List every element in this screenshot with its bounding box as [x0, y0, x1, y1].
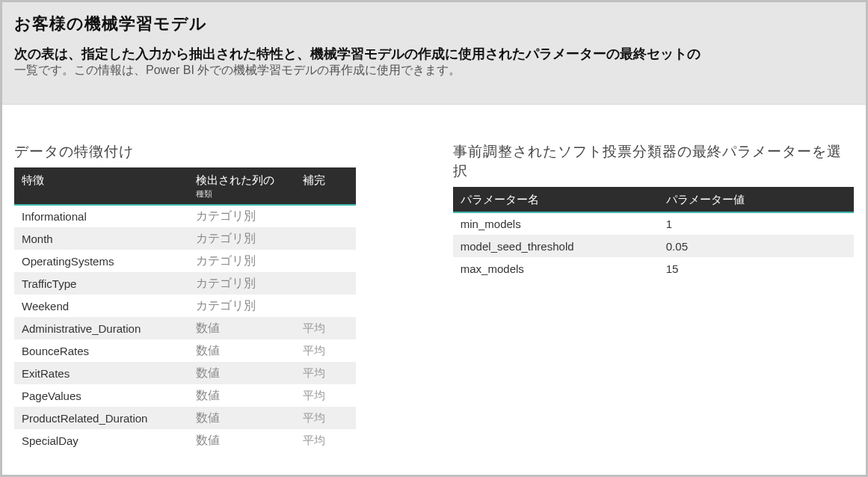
- feature-imputation-cell: 平均: [295, 317, 356, 339]
- feature-name-cell: Month: [14, 227, 188, 250]
- col-sublabel: 種類: [196, 188, 287, 200]
- feature-imputation-cell: 平均: [295, 339, 356, 362]
- feature-kind-cell: カテゴリ別: [188, 272, 295, 295]
- feature-name-cell: Informational: [14, 205, 188, 227]
- col-label: 検出された列の: [196, 173, 274, 186]
- table-row: Monthカテゴリ別: [14, 227, 356, 250]
- table-row: max_models15: [453, 257, 854, 280]
- feature-name-cell: PageValues: [14, 384, 188, 407]
- table-row: model_seed_threshold0.05: [453, 235, 854, 257]
- col-label: パラメーター名: [461, 193, 539, 206]
- features-table: 特徴 検出された列の 種類 補完 Informationalカテゴリ別Month…: [14, 167, 356, 452]
- table-row: min_models1: [453, 212, 854, 235]
- feature-imputation-cell: [295, 295, 356, 317]
- feature-kind-cell: 数値: [188, 317, 295, 339]
- table-row: OperatingSystemsカテゴリ別: [14, 250, 356, 272]
- col-label: 特徴: [22, 173, 44, 186]
- feature-imputation-cell: [295, 250, 356, 272]
- page-title: お客様の機械学習モデル: [14, 13, 854, 35]
- feature-name-cell: ExitRates: [14, 362, 188, 384]
- param-name-cell: min_models: [453, 212, 659, 235]
- param-value-cell: 15: [659, 257, 854, 280]
- feature-kind-cell: 数値: [188, 339, 295, 362]
- feature-imputation-cell: [295, 205, 356, 227]
- feature-imputation-cell: 平均: [295, 362, 356, 384]
- table-row: Administrative_Duration数値平均: [14, 317, 356, 339]
- feature-kind-cell: カテゴリ別: [188, 295, 295, 317]
- page-subtitle-strong: 次の表は、指定した入力から抽出された特性と、機械学習モデルの作成に使用されたパラ…: [14, 46, 701, 61]
- features-section: データの特徴付け 特徴 検出された列の 種類 補完 Informationalカ…: [14, 142, 356, 452]
- page-subtitle-light: 一覧です。この情報は、Power BI 外での機械学習モデルの再作成に使用できま…: [14, 64, 461, 76]
- features-col-kind[interactable]: 検出された列の 種類: [188, 167, 295, 205]
- feature-kind-cell: 数値: [188, 384, 295, 407]
- table-row: Informationalカテゴリ別: [14, 205, 356, 227]
- table-row: ExitRates数値平均: [14, 362, 356, 384]
- feature-name-cell: Administrative_Duration: [14, 317, 188, 339]
- table-row: BounceRates数値平均: [14, 339, 356, 362]
- content-area: データの特徴付け 特徴 検出された列の 種類 補完 Informationalカ…: [2, 105, 866, 464]
- params-col-value[interactable]: パラメーター値: [659, 187, 854, 212]
- feature-name-cell: Weekend: [14, 295, 188, 317]
- col-label: パラメーター値: [666, 193, 745, 206]
- header-panel: お客様の機械学習モデル 次の表は、指定した入力から抽出された特性と、機械学習モデ…: [2, 2, 866, 105]
- feature-kind-cell: カテゴリ別: [188, 250, 295, 272]
- feature-kind-cell: カテゴリ別: [188, 227, 295, 250]
- feature-name-cell: TrafficType: [14, 272, 188, 295]
- table-row: ProductRelated_Duration数値平均: [14, 407, 356, 429]
- feature-kind-cell: 数値: [188, 429, 295, 452]
- feature-name-cell: OperatingSystems: [14, 250, 188, 272]
- table-row: PageValues数値平均: [14, 384, 356, 407]
- features-col-feature[interactable]: 特徴: [14, 167, 188, 205]
- table-row: TrafficTypeカテゴリ別: [14, 272, 356, 295]
- params-section: 事前調整されたソフト投票分類器の最終パラメーターを選択 パラメーター名 パラメー…: [453, 142, 854, 452]
- feature-imputation-cell: [295, 272, 356, 295]
- feature-imputation-cell: [295, 227, 356, 250]
- param-value-cell: 1: [659, 212, 854, 235]
- feature-name-cell: BounceRates: [14, 339, 188, 362]
- table-row: SpecialDay数値平均: [14, 429, 356, 452]
- feature-name-cell: SpecialDay: [14, 429, 188, 452]
- feature-kind-cell: カテゴリ別: [188, 205, 295, 227]
- feature-kind-cell: 数値: [188, 362, 295, 384]
- params-col-name[interactable]: パラメーター名: [453, 187, 659, 212]
- col-label: 補完: [303, 173, 325, 186]
- feature-imputation-cell: 平均: [295, 407, 356, 429]
- feature-imputation-cell: 平均: [295, 384, 356, 407]
- feature-name-cell: ProductRelated_Duration: [14, 407, 188, 429]
- features-col-imputation[interactable]: 補完: [295, 167, 356, 205]
- param-name-cell: max_models: [453, 257, 659, 280]
- feature-kind-cell: 数値: [188, 407, 295, 429]
- feature-imputation-cell: 平均: [295, 429, 356, 452]
- features-section-title: データの特徴付け: [14, 142, 356, 161]
- params-table: パラメーター名 パラメーター値 min_models1model_seed_th…: [453, 187, 854, 280]
- params-section-title: 事前調整されたソフト投票分類器の最終パラメーターを選択: [453, 142, 854, 181]
- param-name-cell: model_seed_threshold: [453, 235, 659, 257]
- param-value-cell: 0.05: [659, 235, 854, 257]
- table-row: Weekendカテゴリ別: [14, 295, 356, 317]
